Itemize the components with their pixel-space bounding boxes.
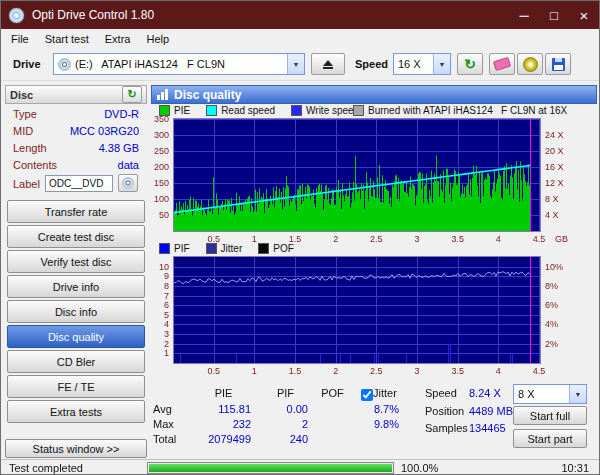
sidebar-item-verify-test-disc[interactable]: Verify test disc <box>7 250 145 273</box>
disc-refresh-button[interactable]: ↻ <box>122 86 142 103</box>
avg-pie-value: 115.81 <box>196 403 251 415</box>
axis-label: 3 <box>405 366 429 376</box>
total-pie-value: 2079499 <box>196 433 251 445</box>
erase-disc-button[interactable] <box>489 53 515 75</box>
speed-select-value: 16 X <box>394 58 421 70</box>
drive-select[interactable]: (E:) ATAPI iHAS124 F CL9N ▼ <box>53 53 305 75</box>
col-header-pof: POF <box>310 387 355 399</box>
field-length-value: 4.38 GB <box>47 142 139 154</box>
disc-label-button[interactable] <box>118 174 138 192</box>
burned-note: Burned with ATAPI iHAS124 F CL9N at 16X <box>353 105 567 116</box>
sidebar-item-transfer-rate[interactable]: Transfer rate <box>7 200 145 223</box>
start-full-button[interactable]: Start full <box>513 406 587 425</box>
total-pif-value: 240 <box>263 433 308 445</box>
sidebar-item-fe-te[interactable]: FE / TE <box>7 375 145 398</box>
axis-label: 1.5 <box>283 366 307 376</box>
progress-percent: 100.0% <box>401 462 438 474</box>
refresh-icon: ↻ <box>127 89 136 100</box>
write-speed-color-swatch <box>291 105 302 116</box>
legend-read-speed: Read speed <box>206 105 275 116</box>
eject-button[interactable] <box>311 53 345 75</box>
row-avg-label: Avg <box>153 403 172 415</box>
field-length-label: Length <box>13 142 47 154</box>
field-contents-value: data <box>47 159 139 171</box>
axis-label: 24 X <box>545 130 579 140</box>
axis-label: 2 <box>324 366 348 376</box>
drive-label: Drive <box>13 58 41 70</box>
sidebar-item-disc-info[interactable]: Disc info <box>7 300 145 323</box>
sidebar-item-create-test-disc[interactable]: Create test disc <box>7 225 145 248</box>
axis-label: 4 <box>486 234 510 244</box>
menu-file[interactable]: File <box>3 31 37 47</box>
row-max-label: Max <box>153 418 174 430</box>
axis-label: 16 X <box>545 162 579 172</box>
axis-label: 4% <box>545 319 579 329</box>
axis-label: 3.5 <box>446 366 470 376</box>
maximize-button[interactable]: □ <box>539 1 569 29</box>
axis-label: 4.5 <box>527 366 551 376</box>
chevron-down-icon[interactable]: ▼ <box>569 385 586 403</box>
legend-bottom: PIF Jitter POF <box>159 243 294 254</box>
eject-icon <box>323 60 333 69</box>
col-header-pif: PIF <box>263 387 308 399</box>
titlebar[interactable]: Opti Drive Control 1.80 ─ □ × <box>1 1 599 29</box>
status-window-button[interactable]: Status window >> <box>5 439 147 458</box>
field-label-label: Label <box>13 178 40 190</box>
field-type-value: DVD-R <box>47 108 139 120</box>
minimize-button[interactable]: ─ <box>509 1 539 29</box>
scan-speed-select[interactable]: 8 X ▼ <box>513 384 587 404</box>
start-part-button[interactable]: Start part <box>513 429 587 448</box>
axis-label: 3 <box>405 234 429 244</box>
chevron-down-icon[interactable]: ▼ <box>433 54 450 74</box>
close-button[interactable]: × <box>569 1 599 29</box>
axis-label: 2 <box>324 234 348 244</box>
scan-speed-value: 8 X <box>514 388 535 400</box>
speed-select[interactable]: 16 X ▼ <box>393 53 451 75</box>
avg-jitter-value: 8.7% <box>353 403 399 415</box>
save-button[interactable] <box>545 53 571 75</box>
pif-color-swatch <box>159 243 170 254</box>
axis-label: 6% <box>545 300 579 310</box>
statusbar: Test completed 100.0% 10:31 <box>1 459 599 475</box>
menu-help[interactable]: Help <box>138 31 177 47</box>
pif-jitter-chart-canvas <box>173 256 541 364</box>
pie-chart-canvas <box>173 118 541 232</box>
col-header-pie: PIE <box>196 387 251 399</box>
sidebar-item-disc-quality[interactable]: Disc quality <box>7 325 145 348</box>
sidebar-item-cd-bler[interactable]: CD Bler <box>7 350 145 373</box>
refresh-speed-button[interactable]: ↻ <box>457 53 483 75</box>
jitter-check-label: Jitter <box>373 387 397 399</box>
cd-icon <box>122 177 134 189</box>
progress-fill <box>149 464 392 472</box>
chart-icon <box>157 89 168 100</box>
disc-panel-title: Disc <box>10 89 33 101</box>
eraser-icon <box>493 57 511 71</box>
chevron-down-icon[interactable]: ▼ <box>287 54 304 74</box>
axis-label: GB <box>555 234 579 244</box>
drive-select-value: (E:) ATAPI iHAS124 F CL9N <box>71 58 225 70</box>
axis-label: 200 <box>137 162 169 172</box>
read-speed-color-swatch <box>206 105 217 116</box>
avg-pif-value: 0.00 <box>263 403 308 415</box>
speed-stat-value: 8.24 X <box>469 387 501 399</box>
menu-start-test[interactable]: Start test <box>37 31 97 47</box>
axis-label: 0.5 <box>202 366 226 376</box>
menu-extra[interactable]: Extra <box>97 31 139 47</box>
axis-label: 4 X <box>545 210 579 220</box>
position-stat-label: Position <box>425 405 464 417</box>
max-pif-value: 2 <box>263 418 308 430</box>
axis-label: 4.5 <box>527 234 551 244</box>
axis-label: 1 <box>242 366 266 376</box>
axis-label: 2.5 <box>364 366 388 376</box>
app-window: Opti Drive Control 1.80 ─ □ × File Start… <box>0 0 600 475</box>
page-title: Disc quality <box>174 88 241 102</box>
jitter-checkbox[interactable] <box>361 389 373 401</box>
axis-label: 12 X <box>545 178 579 188</box>
sidebar-item-drive-info[interactable]: Drive info <box>7 275 145 298</box>
pie-color-swatch <box>159 105 170 116</box>
jitter-color-swatch <box>206 243 217 254</box>
disc-label-input[interactable]: ODC__DVD <box>45 175 113 192</box>
disc-tools-button[interactable] <box>517 53 543 75</box>
sidebar-item-extra-tests[interactable]: Extra tests <box>7 400 145 423</box>
axis-label: 2% <box>545 339 579 349</box>
